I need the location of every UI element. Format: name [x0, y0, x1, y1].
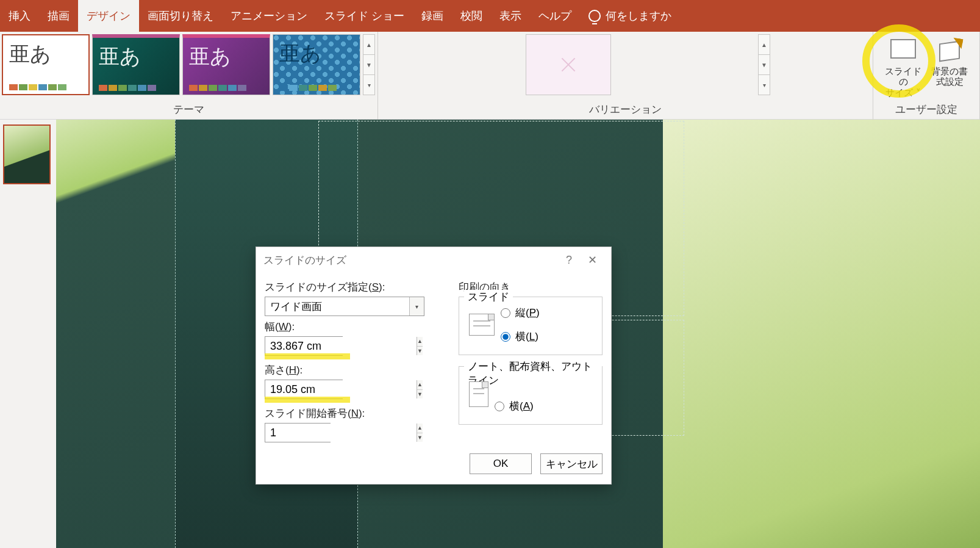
slides-landscape-radio[interactable]: 横(L)	[501, 330, 540, 344]
page-orientation-icon	[469, 381, 488, 407]
tell-me-search[interactable]: 何をしますか	[580, 0, 680, 32]
slide-size-icon	[890, 39, 916, 59]
theme-chips	[99, 85, 173, 91]
scroll-up-icon[interactable]: ▲	[363, 35, 374, 55]
spin-up-icon[interactable]: ▲	[417, 424, 423, 433]
theme-thumb-2[interactable]: 亜あ	[92, 34, 180, 95]
tab-slideshow[interactable]: スライド ショー	[316, 0, 413, 32]
theme-sample-text: 亜あ	[189, 43, 263, 71]
dialog-titlebar[interactable]: スライドのサイズ ? ✕	[256, 247, 611, 273]
theme-sample-text: 亜あ	[9, 40, 82, 68]
notes-orientation-fieldset: ノート、配布資料、アウトライン 縦(O) 横(A)	[459, 366, 603, 425]
tab-insert[interactable]: 挿入	[0, 0, 39, 32]
startnum-spinner[interactable]: ▲▼	[265, 423, 331, 442]
scroll-up-icon[interactable]: ▲	[759, 35, 770, 55]
theme-chips	[279, 85, 354, 91]
slide-thumbnail-pane[interactable]	[0, 120, 56, 548]
theme-gallery-expand[interactable]: ▲ ▼ ▾	[363, 34, 375, 95]
tab-review[interactable]: 校閲	[452, 0, 491, 32]
theme-thumb-3[interactable]: 亜あ	[182, 34, 270, 95]
theme-sample-text: 亜あ	[99, 43, 173, 71]
dialog-help-button[interactable]: ?	[557, 254, 581, 267]
tab-design[interactable]: デザイン	[78, 0, 139, 32]
variation-group: ▲ ▼ ▾ バリエーション	[378, 32, 873, 120]
cancel-button[interactable]: キャンセル	[540, 453, 603, 474]
dialog-title-text: スライドのサイズ	[263, 253, 346, 267]
dropdown-caret-icon[interactable]: ▾	[409, 297, 424, 315]
spin-up-icon[interactable]: ▲	[417, 380, 423, 390]
placeholder-x-icon	[559, 56, 578, 74]
size-spec-input[interactable]	[265, 297, 409, 315]
format-background-label: 背景の書 式設定	[931, 66, 968, 87]
width-label: 幅(W):	[265, 320, 448, 334]
variation-group-label: バリエーション	[380, 103, 871, 118]
theme-chips	[189, 85, 263, 91]
main-area: スライドのサイズ ? ✕ スライドのサイズ指定(S): ▾ 幅(W): ▲▼ 高…	[0, 120, 980, 548]
slides-orientation-fieldset: スライド 縦(P) 横(L)	[459, 297, 603, 355]
format-background-button[interactable]: 背景の書 式設定	[928, 38, 971, 90]
spin-down-icon[interactable]: ▼	[417, 390, 423, 399]
slide-size-label: スライドの サイズ ˅	[881, 66, 925, 98]
size-spec-label: スライドのサイズ指定(S):	[265, 280, 448, 294]
ok-button[interactable]: OK	[470, 453, 532, 474]
variation-thumb[interactable]	[526, 34, 611, 95]
annotation-highlight	[265, 353, 350, 359]
height-input[interactable]	[265, 380, 417, 398]
tab-transitions[interactable]: 画面切り替え	[139, 0, 222, 32]
tab-record[interactable]: 録画	[413, 0, 452, 32]
spin-down-icon[interactable]: ▼	[417, 347, 423, 356]
slide-size-dialog: スライドのサイズ ? ✕ スライドのサイズ指定(S): ▾ 幅(W): ▲▼ 高…	[256, 247, 612, 485]
theme-thumb-4[interactable]: 亜あ	[273, 34, 360, 95]
slide-thumbnail-1[interactable]	[3, 124, 51, 184]
slide-size-button[interactable]: スライドの サイズ ˅	[881, 38, 925, 100]
startnum-label: スライド開始番号(N):	[265, 406, 448, 420]
ribbon-content: 亜あ 亜あ 亜あ 亜あ	[0, 32, 980, 120]
customize-group: スライドの サイズ ˅ 背景の書 式設定 ユーザー設定	[873, 32, 980, 120]
page-orientation-icon	[469, 314, 495, 336]
slide-light-panel	[663, 120, 980, 548]
tell-me-label: 何をしますか	[606, 9, 671, 23]
theme-group-label: テーマ	[2, 103, 376, 118]
notes-landscape-radio[interactable]: 横(A)	[495, 399, 535, 413]
theme-sample-text: 亜あ	[279, 40, 354, 68]
theme-chips	[9, 84, 82, 90]
format-background-icon	[937, 38, 962, 59]
theme-group: 亜あ 亜あ 亜あ 亜あ	[0, 32, 378, 120]
expand-icon[interactable]: ▾	[759, 75, 770, 95]
tab-draw[interactable]: 描画	[39, 0, 78, 32]
spin-up-icon[interactable]: ▲	[417, 337, 423, 347]
annotation-highlight	[265, 397, 350, 403]
scroll-down-icon[interactable]: ▼	[759, 55, 770, 75]
dialog-close-button[interactable]: ✕	[581, 253, 604, 267]
variation-gallery-expand[interactable]: ▲ ▼ ▾	[758, 34, 770, 95]
lightbulb-icon	[588, 10, 601, 22]
tab-help[interactable]: ヘルプ	[530, 0, 580, 32]
tab-view[interactable]: 表示	[491, 0, 530, 32]
tab-animations[interactable]: アニメーション	[222, 0, 316, 32]
size-spec-combo[interactable]: ▾	[265, 297, 424, 316]
ribbon-tab-strip: 挿入 描画 デザイン 画面切り替え アニメーション スライド ショー 録画 校閲…	[0, 0, 980, 32]
spin-down-icon[interactable]: ▼	[417, 433, 423, 442]
slides-portrait-radio[interactable]: 縦(P)	[501, 306, 540, 320]
scroll-down-icon[interactable]: ▼	[363, 55, 374, 75]
height-label: 高さ(H):	[265, 363, 448, 377]
slides-legend: スライド	[464, 290, 513, 304]
expand-icon[interactable]: ▾	[363, 75, 374, 95]
customize-group-label: ユーザー設定	[875, 103, 978, 118]
width-input[interactable]	[265, 337, 417, 355]
startnum-input[interactable]	[265, 424, 417, 442]
theme-thumb-1[interactable]: 亜あ	[2, 34, 90, 95]
